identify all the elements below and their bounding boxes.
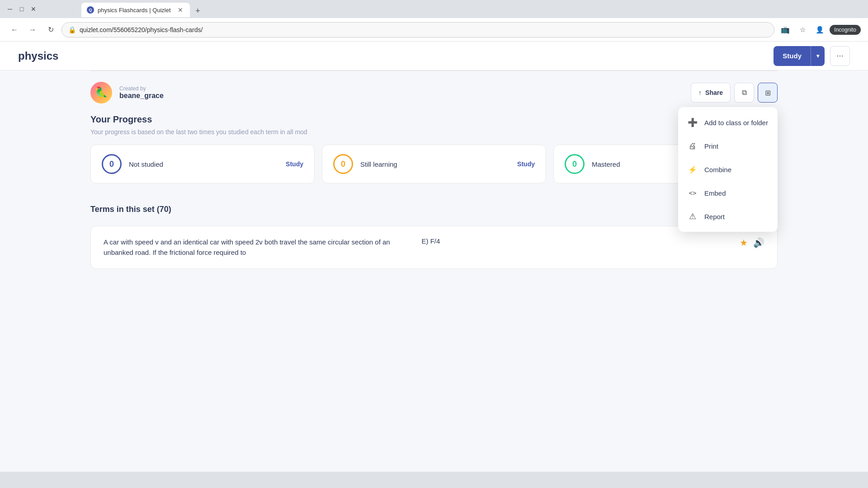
menu-item-add[interactable]: ➕ Add to class or folder (678, 111, 778, 134)
report-icon: ⚠ (687, 211, 698, 222)
more-options-icon: ⊞ (765, 89, 771, 97)
forward-button[interactable]: → (25, 23, 40, 37)
main-body: 🦜 Created by beane_grace ↑ Share ⧉ ⊞ (0, 71, 868, 280)
bookmark-icon[interactable]: ☆ (795, 23, 810, 37)
still-learning-study-link[interactable]: Study (517, 160, 535, 168)
active-tab[interactable]: Q physics Flashcards | Quizlet ✕ (81, 3, 190, 17)
tab-bar: Q physics Flashcards | Quizlet ✕ + (45, 1, 863, 17)
menu-item-embed[interactable]: <> Embed (678, 181, 778, 205)
star-icon[interactable]: ★ (740, 237, 748, 248)
terms-header: Terms in this set (70) Original ▾ (90, 202, 778, 217)
menu-item-add-label: Add to class or folder (704, 119, 768, 127)
title-bar: ─ □ ✕ Q physics Flashcards | Quizlet ✕ + (0, 0, 868, 18)
not-studied-label: Not studied (129, 160, 278, 168)
dropdown-menu: ➕ Add to class or folder 🖨 Print ⚡ Combi… (678, 107, 778, 232)
terms-title: Terms in this set (70) (90, 205, 171, 214)
share-icon: ↑ (698, 89, 702, 96)
progress-cards: 0 Not studied Study 0 Still learning Stu… (90, 145, 778, 183)
definition-text: E) F/4 (422, 237, 722, 245)
address-bar[interactable]: 🔒 quizlet.com/556065220/physics-flash-ca… (61, 22, 774, 38)
menu-item-report[interactable]: ⚠ Report (678, 205, 778, 228)
maximize-button[interactable]: □ (17, 5, 26, 14)
menu-item-print-label: Print (704, 142, 718, 150)
creator-name: beane_grace (119, 92, 164, 100)
copy-button[interactable]: ⧉ (734, 83, 754, 103)
term-text: A car with speed v and an identical car … (104, 237, 404, 258)
progress-description: Your progress is based on the last two t… (90, 128, 778, 136)
nav-right: 📺 ☆ 👤 Incognito (778, 23, 861, 37)
still-learning-count: 0 (333, 154, 353, 174)
mastered-count: 0 (565, 154, 585, 174)
progress-title: Your Progress (90, 114, 778, 125)
sound-icon[interactable]: 🔊 (753, 237, 764, 248)
header-more-button[interactable]: ··· (830, 46, 850, 66)
menu-item-report-label: Report (704, 213, 725, 221)
creator-row: 🦜 Created by beane_grace ↑ Share ⧉ ⊞ (90, 82, 778, 103)
menu-item-combine[interactable]: ⚡ Combine (678, 158, 778, 181)
share-button[interactable]: ↑ Share (691, 83, 731, 103)
back-button[interactable]: ← (7, 23, 22, 37)
study-button-label: Study (774, 52, 811, 60)
cast-icon[interactable]: 📺 (778, 23, 793, 37)
header-actions: Study ▾ ··· (774, 46, 850, 66)
print-icon: 🖨 (687, 141, 698, 151)
tab-title: physics Flashcards | Quizlet (98, 7, 171, 14)
term-card: A car with speed v and an identical car … (90, 226, 778, 269)
tab-close-button[interactable]: ✕ (176, 6, 184, 14)
minimize-button[interactable]: ─ (5, 5, 14, 14)
avatar: 🦜 (90, 82, 112, 103)
url-text: quizlet.com/556065220/physics-flash-card… (80, 26, 768, 33)
still-learning-label: Still learning (360, 160, 510, 168)
nav-bar: ← → ↻ 🔒 quizlet.com/556065220/physics-fl… (0, 18, 868, 42)
security-icon: 🔒 (68, 26, 76, 33)
copy-icon: ⧉ (742, 89, 747, 97)
share-label: Share (705, 89, 723, 96)
study-button[interactable]: Study ▾ (774, 46, 825, 66)
menu-item-print[interactable]: 🖨 Print (678, 134, 778, 158)
page-content: physics Study ▾ ··· 🦜 Created by beane_g… (0, 42, 868, 472)
more-options-button[interactable]: ⊞ (758, 83, 778, 103)
profile-icon[interactable]: 👤 (812, 23, 827, 37)
embed-icon: <> (687, 188, 698, 198)
incognito-badge[interactable]: Incognito (830, 25, 861, 35)
action-buttons: ↑ Share ⧉ ⊞ ➕ Add to class or folder (691, 83, 778, 103)
page-title: physics (18, 50, 58, 62)
menu-item-embed-label: Embed (704, 189, 726, 197)
not-studied-study-link[interactable]: Study (286, 160, 303, 168)
window-controls: ─ □ ✕ (5, 5, 38, 14)
study-caret-icon[interactable]: ▾ (811, 53, 825, 59)
tab-favicon: Q (87, 6, 94, 14)
quizlet-header: physics Study ▾ ··· (0, 42, 868, 70)
term-actions: ★ 🔊 (740, 237, 764, 248)
menu-item-combine-label: Combine (704, 166, 731, 174)
created-by-label: Created by (119, 85, 164, 92)
add-class-icon: ➕ (687, 117, 698, 128)
terms-section: Terms in this set (70) Original ▾ A car … (90, 202, 778, 269)
creator-info: Created by beane_grace (119, 85, 164, 100)
combine-icon: ⚡ (687, 164, 698, 175)
reload-button[interactable]: ↻ (43, 23, 58, 37)
still-learning-card: 0 Still learning Study (322, 145, 546, 183)
new-tab-button[interactable]: + (192, 5, 204, 17)
progress-section: Your Progress Your progress is based on … (90, 114, 778, 183)
close-button[interactable]: ✕ (29, 5, 38, 14)
not-studied-count: 0 (102, 154, 122, 174)
not-studied-card: 0 Not studied Study (90, 145, 315, 183)
